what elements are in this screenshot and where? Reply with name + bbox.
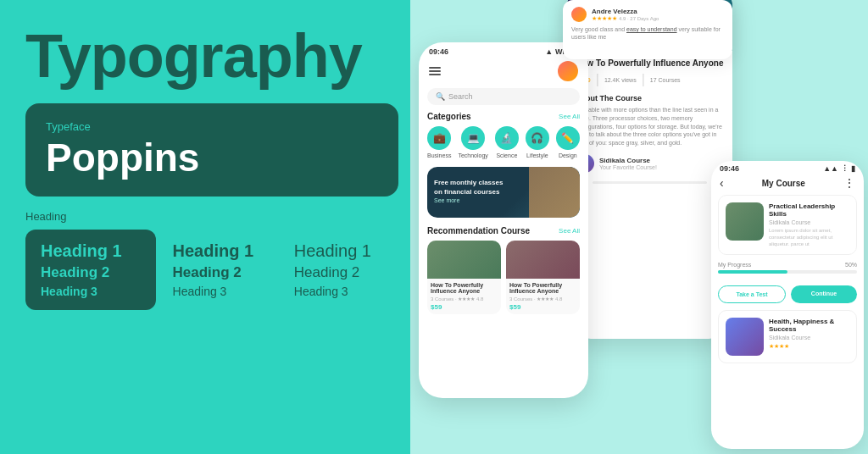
more-options-button[interactable]: ⋮ xyxy=(843,176,855,190)
category-lifestyle[interactable]: 🎧 Lifestyle xyxy=(526,126,549,158)
about-text: Available with more options than the lin… xyxy=(576,106,724,147)
instructor-info: Sidikala Course Your Favorite Course! xyxy=(599,157,657,170)
battery-icon-2: ▮ xyxy=(851,164,855,173)
rec-card-2-info: How To Powerfully Influence Anyone 3 Cou… xyxy=(506,279,580,314)
banner-text: Free monthly classeson financial courses… xyxy=(434,179,503,205)
reviewer-stars: ★★★★★ 4.9 · 27 Days Ago xyxy=(592,15,659,22)
categories-row: 💼 Business 💻 Technology 🔬 Science 🎧 Life… xyxy=(419,126,588,167)
search-icon: 🔍 xyxy=(436,92,445,101)
col1-h3: Heading 3 xyxy=(41,285,141,298)
phone1-header xyxy=(419,58,588,88)
promo-banner[interactable]: Free monthly classeson financial courses… xyxy=(427,167,580,218)
signal-icon-2: ▲▲ xyxy=(823,164,838,173)
course-thumb-1 xyxy=(726,202,764,241)
reviewer-avatar xyxy=(571,7,587,22)
page-title: Typography xyxy=(25,25,407,86)
rec-card-1[interactable]: How To Powerfully Influence Anyone 3 Cou… xyxy=(427,241,501,314)
course-card-2-info: Health, Happiness & Success Sidikala Cou… xyxy=(769,318,849,356)
search-bar[interactable]: 🔍 Search xyxy=(427,88,580,105)
design-icon: ✏️ xyxy=(556,126,580,150)
heading-columns: Heading 1 Heading 2 Heading 3 Heading 1 … xyxy=(25,230,407,310)
typeface-label: Typeface xyxy=(46,120,378,133)
category-science-label: Science xyxy=(496,152,517,158)
instructor-sub: Your Favorite Course! xyxy=(599,164,657,170)
reviewer-info: Andre Velezza ★★★★★ 4.9 · 27 Days Ago xyxy=(592,8,659,22)
course-divider xyxy=(593,181,707,184)
progress-pct: 50% xyxy=(845,262,857,268)
take-test-button[interactable]: Take a Test xyxy=(718,285,786,303)
hamburger-icon[interactable] xyxy=(429,67,441,75)
phone1-time: 09:46 xyxy=(429,47,448,56)
recommendation-grid: How To Powerfully Influence Anyone 3 Cou… xyxy=(419,241,588,314)
category-technology[interactable]: 💻 Technology xyxy=(458,126,487,158)
category-science[interactable]: 🔬 Science xyxy=(495,126,519,158)
category-design-label: Design xyxy=(559,152,577,158)
categories-label: Categories xyxy=(427,112,471,121)
course-views: 12.4K views xyxy=(604,77,637,83)
heading-col-3: Heading 1 Heading 2 Heading 3 xyxy=(286,230,407,310)
meta-separator-1: | xyxy=(596,72,599,87)
col2-h3: Heading 3 xyxy=(173,285,277,298)
course-card-2-stars: ★★★★ xyxy=(769,343,849,350)
course-card-2[interactable]: Health, Happiness & Success Sidikala Cou… xyxy=(718,310,857,363)
wifi-icon-2: ⋮ xyxy=(841,164,849,173)
course-card-1-sub: Sidikala Course xyxy=(769,219,849,225)
col3-h1: Heading 1 xyxy=(294,241,398,261)
recommendation-label: Recommendation Course xyxy=(427,226,530,235)
course-detail-body: How To Powerfully Influence Anyone ★ 4.9… xyxy=(567,51,732,199)
instructor-name: Sidikala Course xyxy=(599,157,657,164)
course-card-1-desc: Lorem ipsum dolor sit amet, consectetur … xyxy=(769,228,849,247)
rec-card-2-price: $59 xyxy=(509,303,576,311)
progress-label-row: My Progress 50% xyxy=(718,262,857,268)
search-placeholder: Search xyxy=(448,92,473,101)
typeface-card: Typeface Poppins xyxy=(25,103,398,197)
categories-see-all[interactable]: See All xyxy=(559,113,580,120)
recommendation-see-all[interactable]: See All xyxy=(559,227,580,235)
course-card-1-info: Practical Leadership Skills Sidikala Cou… xyxy=(769,202,849,247)
typeface-name: Poppins xyxy=(46,136,378,180)
heading-col-2: Heading 1 Heading 2 Heading 3 xyxy=(164,230,286,310)
review-card: Andre Velezza ★★★★★ 4.9 · 27 Days Ago Ve… xyxy=(563,0,732,59)
banner-link: See more xyxy=(434,197,459,203)
review-text: Very good class and easy to understand v… xyxy=(571,25,724,41)
progress-bar xyxy=(718,270,857,274)
signal-icon: ▲ xyxy=(545,47,553,56)
action-buttons: Take a Test Continue xyxy=(711,285,864,310)
progress-fill xyxy=(718,270,787,274)
phone3-status-bar: 09:46 ▲▲ ⋮ ▮ xyxy=(711,161,864,173)
course-thumb-2 xyxy=(726,318,764,356)
my-course-title: My Course xyxy=(762,179,805,188)
course-card-2-title: Health, Happiness & Success xyxy=(769,318,849,333)
continue-button[interactable]: Continue xyxy=(791,285,857,303)
phone3-status-icons: ▲▲ ⋮ ▮ xyxy=(823,164,855,173)
user-avatar[interactable] xyxy=(558,61,578,81)
rec-card-1-info: How To Powerfully Influence Anyone 3 Cou… xyxy=(427,279,501,314)
banner-image xyxy=(529,167,580,218)
rec-card-1-image xyxy=(427,241,501,279)
progress-section: My Progress 50% xyxy=(711,262,864,285)
phone3: 09:46 ▲▲ ⋮ ▮ ‹ My Course ⋮ Practical Lea… xyxy=(711,161,864,449)
recommendation-header: Recommendation Course See All xyxy=(419,226,588,241)
progress-label: My Progress xyxy=(718,262,751,268)
col1-h1: Heading 1 xyxy=(41,241,141,261)
rec-card-1-meta: 3 Courses · ★★★★ 4.8 xyxy=(431,296,498,302)
course-card-1[interactable]: Practical Leadership Skills Sidikala Cou… xyxy=(718,195,857,255)
rec-card-2[interactable]: How To Powerfully Influence Anyone 3 Cou… xyxy=(506,241,580,314)
col3-h3: Heading 3 xyxy=(294,285,398,298)
course-card-1-title: Practical Leadership Skills xyxy=(769,202,849,218)
business-icon: 💼 xyxy=(427,126,451,150)
science-icon: 🔬 xyxy=(495,126,519,150)
category-design[interactable]: ✏️ Design xyxy=(556,126,580,158)
back-button[interactable]: ‹ xyxy=(720,176,724,190)
reviewer-name: Andre Velezza xyxy=(592,8,659,15)
course-meta: ★ 4.9 | 12.4K views | 17 Courses xyxy=(576,72,724,87)
category-business[interactable]: 💼 Business xyxy=(427,126,451,158)
phone3-header: ‹ My Course ⋮ xyxy=(711,173,864,195)
star-icon: ★★★★ xyxy=(769,343,789,350)
rec-card-1-price: $59 xyxy=(431,303,498,311)
phone3-time: 09:46 xyxy=(720,164,739,173)
category-business-label: Business xyxy=(427,152,451,158)
reviewer-time: 4.9 · 27 Days Ago xyxy=(619,16,659,21)
col2-h2: Heading 2 xyxy=(173,264,277,281)
category-technology-label: Technology xyxy=(458,152,487,158)
